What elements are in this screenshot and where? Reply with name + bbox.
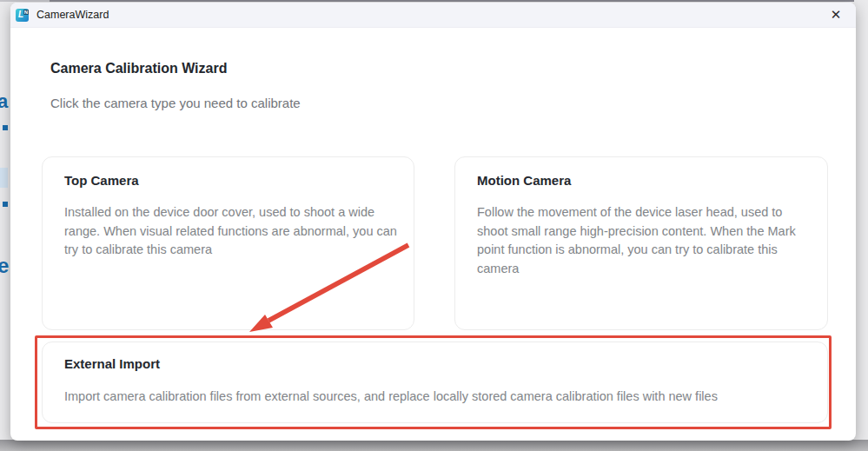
motion-camera-description: Follow the movement of the device laser …	[477, 203, 812, 278]
top-camera-description: Installed on the device door cover, used…	[64, 203, 400, 260]
close-icon[interactable]: ✕	[823, 5, 849, 24]
external-import-title: External Import	[64, 356, 160, 371]
background-link-fragment: a	[0, 90, 8, 113]
background-window-top-border	[50, 0, 854, 2]
background-bullet-icon	[3, 125, 8, 130]
motion-camera-card[interactable]: Motion Camera Follow the movement of the…	[454, 156, 828, 330]
top-camera-card[interactable]: Top Camera Installed on the device door …	[42, 156, 414, 330]
background-bullet-icon	[3, 202, 8, 207]
app-icon: L N	[16, 9, 29, 22]
page-title: Camera Calibration Wizard	[50, 61, 227, 76]
screen: a e L N CameraWizard ✕ Camera Calibratio…	[0, 0, 868, 451]
background-selection-highlight	[0, 168, 8, 188]
top-camera-title: Top Camera	[64, 173, 139, 188]
title-bar[interactable]: L N CameraWizard ✕	[10, 3, 856, 28]
background-bottom-bar	[0, 440, 868, 451]
background-window-edge	[0, 0, 50, 2]
page-subtitle: Click the camera type you need to calibr…	[50, 96, 301, 110]
motion-camera-title: Motion Camera	[477, 173, 571, 188]
external-import-card[interactable]: External Import Import camera calibratio…	[42, 342, 828, 423]
window-title: CameraWizard	[36, 9, 109, 21]
app-icon-badge: N	[23, 10, 29, 15]
camera-wizard-dialog: L N CameraWizard ✕ Camera Calibration Wi…	[10, 3, 856, 441]
external-import-description: Import camera calibration files from ext…	[64, 388, 820, 407]
background-link-fragment: e	[0, 254, 9, 278]
